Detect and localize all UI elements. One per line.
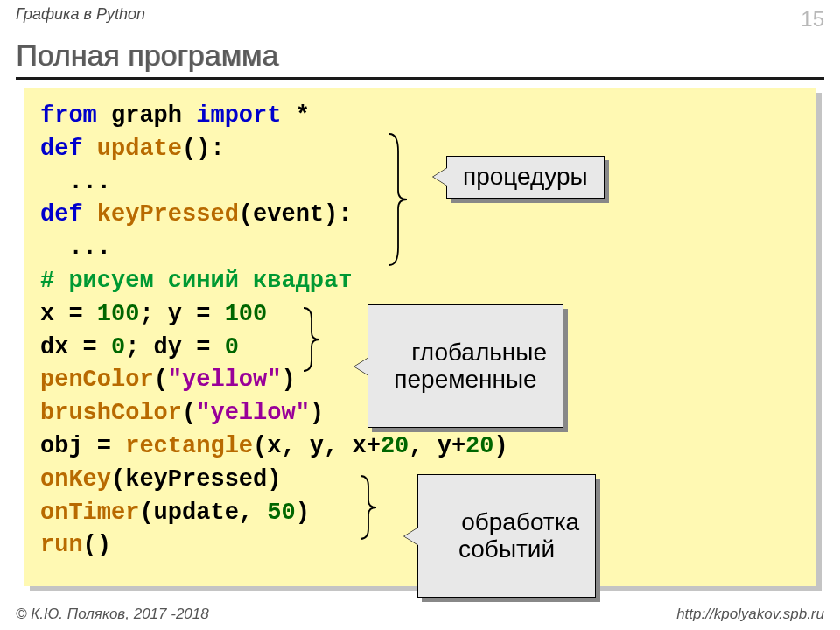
footer-url: http://kpolyakov.spb.ru [676, 606, 824, 623]
callout-globals: глобальные переменные [368, 304, 564, 428]
kw-import: import [196, 102, 281, 129]
callout-label: глобальные переменные [394, 339, 547, 393]
brace-1 [385, 130, 411, 270]
comment: # рисуем синий квадрат [40, 268, 352, 294]
slide: Графика в Python 15 Полная программа fro… [0, 0, 840, 630]
slide-number: 15 [801, 7, 824, 32]
topic-label: Графика в Python [16, 5, 145, 24]
callout-label: обработка событий [458, 508, 579, 563]
slide-title: Полная программа [16, 38, 278, 73]
title-rule [16, 77, 824, 80]
brace-3 [357, 472, 382, 542]
brace-2 [300, 304, 325, 374]
footer-copyright: © К.Ю. Поляков, 2017 -2018 [16, 606, 209, 623]
callout-label: процедуры [463, 163, 588, 190]
kw-from: from [40, 102, 97, 129]
callout-events: обработка событий [417, 474, 596, 598]
callout-procedures: процедуры [446, 156, 605, 199]
